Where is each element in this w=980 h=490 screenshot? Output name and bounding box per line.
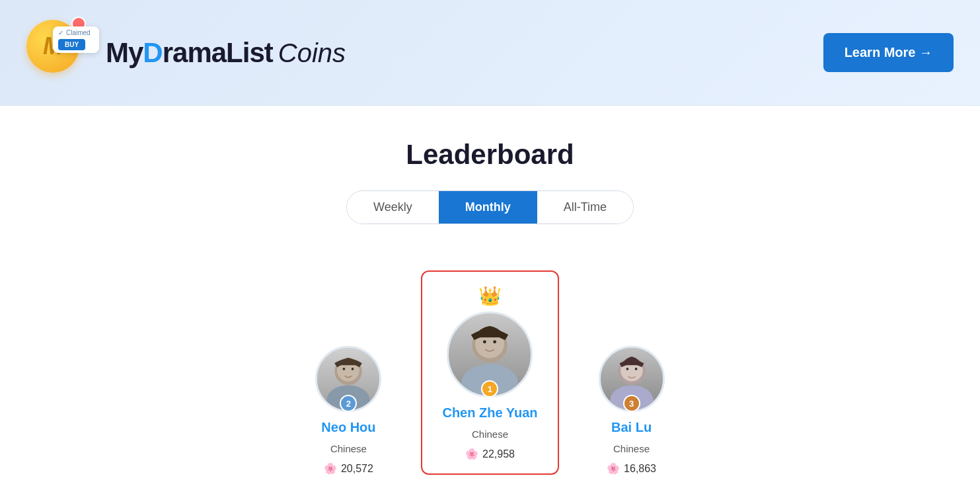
person-name-2[interactable]: Neo Hou — [321, 420, 375, 435]
svg-point-14 — [634, 368, 637, 370]
tabs-group: Weekly Monthly All-Time — [346, 190, 634, 224]
coin-flower-3: 🌸 — [607, 462, 620, 475]
leaderboard-title: Leaderboard — [13, 139, 967, 171]
coins-value-1: 22,958 — [482, 448, 515, 460]
person-card-1: 👑 — [421, 270, 558, 475]
check-icon: ✓ — [58, 29, 63, 36]
rank-badge-2: 2 — [340, 395, 357, 412]
person-coins-2: 🌸 20,572 — [324, 462, 373, 475]
avatar-container-1: 1 — [447, 311, 533, 397]
svg-point-4 — [352, 368, 354, 370]
brand-title: MyDramaList Coins — [106, 37, 346, 69]
coins-value-3: 16,863 — [624, 463, 656, 475]
avatar-container-3: 3 — [599, 346, 665, 412]
person-card-2: 2 Neo Hou Chinese 🌸 20,572 — [315, 346, 381, 475]
header-banner: M ✓ Claimed BUY MyDramaList Coins Learn … — [0, 0, 980, 106]
person-nationality-1: Chinese — [472, 429, 508, 440]
svg-point-3 — [343, 368, 346, 370]
brand-name: MyDramaList — [106, 37, 273, 69]
svg-point-13 — [626, 368, 628, 370]
crown-icon: 👑 — [478, 285, 502, 307]
svg-point-9 — [494, 341, 497, 344]
avatar-container-2: 2 — [315, 346, 381, 412]
svg-point-8 — [483, 341, 486, 344]
tab-alltime[interactable]: All-Time — [537, 191, 633, 224]
coin-flower-2: 🌸 — [324, 462, 337, 475]
person-nationality-3: Chinese — [613, 443, 650, 454]
buy-button[interactable]: BUY — [58, 39, 85, 50]
person-coins-3: 🌸 16,863 — [607, 462, 656, 475]
coin-ui-overlay: ✓ Claimed BUY — [53, 26, 99, 53]
person-name-1[interactable]: Chen Zhe Yuan — [442, 405, 537, 421]
learn-more-button[interactable]: Learn More → — [823, 33, 954, 72]
rank-badge-1: 1 — [481, 380, 498, 397]
first-place-highlight: 👑 — [421, 270, 558, 475]
rank-badge-3: 3 — [623, 395, 640, 412]
brand-coins: Coins — [278, 38, 346, 68]
person-card-3: 3 Bai Lu Chinese 🌸 16,863 — [599, 346, 665, 475]
header-left: M ✓ Claimed BUY MyDramaList Coins — [26, 20, 346, 86]
tab-weekly[interactable]: Weekly — [347, 191, 439, 224]
coin-flower-1: 🌸 — [465, 448, 478, 460]
tab-monthly[interactable]: Monthly — [439, 191, 537, 224]
leaderboard-cards: 2 Neo Hou Chinese 🌸 20,572 👑 — [13, 257, 967, 488]
person-name-3[interactable]: Bai Lu — [611, 420, 652, 435]
coin-logo: M ✓ Claimed BUY — [26, 20, 93, 86]
person-nationality-2: Chinese — [330, 443, 367, 454]
brand-d: D — [143, 37, 162, 68]
coins-value-2: 20,572 — [341, 463, 373, 475]
claimed-row: ✓ Claimed — [58, 29, 94, 36]
person-coins-1: 🌸 22,958 — [465, 448, 515, 460]
main-content: Leaderboard Weekly Monthly All-Time — [0, 106, 980, 490]
claimed-label: Claimed — [66, 29, 91, 36]
tabs-container: Weekly Monthly All-Time — [13, 190, 967, 224]
